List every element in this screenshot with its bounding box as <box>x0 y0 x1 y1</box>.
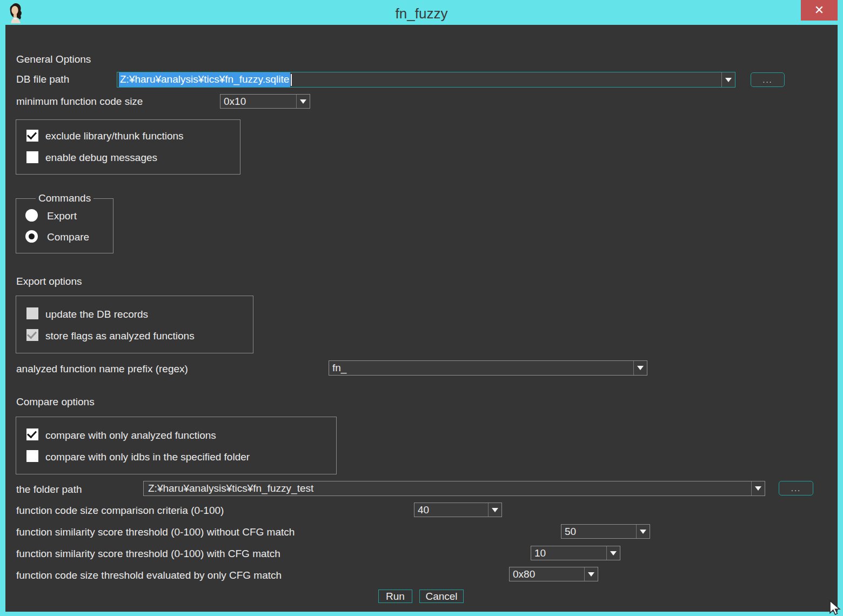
db-path-browse-button[interactable]: ... <box>751 72 785 87</box>
size-criteria-dropdown[interactable]: 40 <box>414 503 502 517</box>
checkbox-enable-debug[interactable] <box>26 151 38 163</box>
radio-compare-label: Compare <box>47 231 89 243</box>
folder-path-browse-button[interactable]: ... <box>779 481 813 496</box>
check-icon <box>27 329 37 339</box>
prefix-value: fn_ <box>329 361 633 375</box>
export-checkbox-group <box>16 296 253 353</box>
min-code-size-dropdown[interactable]: 0x10 <box>220 94 310 109</box>
sim-without-cfg-dropdown[interactable]: 50 <box>561 524 650 539</box>
sim-with-cfg-label: function similarity score threshold (0-1… <box>16 548 280 560</box>
db-file-path-label: DB file path <box>16 73 69 85</box>
checkbox-update-db-records[interactable] <box>26 307 38 319</box>
checkbox-store-flags[interactable] <box>26 329 38 341</box>
sim-without-cfg-value: 50 <box>561 525 636 538</box>
checkbox-exclude-library-thunk-label: exclude library/thunk functions <box>45 130 184 142</box>
checkbox-compare-analyzed-only-label: compare with only analyzed functions <box>45 430 216 441</box>
radio-export-label: Export <box>47 210 77 222</box>
chevron-down-icon[interactable] <box>633 361 647 375</box>
checkbox-store-flags-label: store flags as analyzed functions <box>45 330 195 342</box>
size-criteria-label: function code size comparison criteria (… <box>16 505 224 517</box>
general-checkbox-group <box>16 119 240 175</box>
radio-dot-icon <box>29 233 35 239</box>
min-code-size-value: 0x10 <box>220 95 296 108</box>
close-icon: ✕ <box>814 3 824 17</box>
size-cfg-only-value: 0x80 <box>510 567 584 581</box>
min-code-size-label: minimum function code size <box>16 96 143 108</box>
radio-export[interactable] <box>25 209 38 222</box>
compare-options-heading: Compare options <box>16 396 95 408</box>
chevron-down-icon[interactable] <box>488 503 501 517</box>
text-caret <box>291 74 292 86</box>
folder-path-combobox[interactable]: Z:¥haru¥analysis¥tics¥fn_fuzzy_test <box>143 481 765 496</box>
chevron-down-icon[interactable] <box>606 546 620 560</box>
checkbox-compare-idbs-folder[interactable] <box>26 450 38 462</box>
checkbox-enable-debug-label: enable debug messages <box>45 152 157 164</box>
chevron-down-icon[interactable] <box>584 567 598 581</box>
close-button[interactable]: ✕ <box>801 0 838 21</box>
window-title: fn_fuzzy <box>0 5 843 22</box>
radio-compare[interactable] <box>25 230 38 243</box>
chevron-down-icon[interactable] <box>636 525 650 538</box>
commands-group: Commands <box>16 198 113 253</box>
sim-with-cfg-dropdown[interactable]: 10 <box>531 546 620 560</box>
checkbox-exclude-library-thunk[interactable] <box>26 130 38 142</box>
sim-without-cfg-label: function similarity score threshold (0-1… <box>16 526 295 538</box>
chevron-down-icon[interactable] <box>721 72 735 87</box>
cancel-button[interactable]: Cancel <box>419 590 464 603</box>
mouse-cursor <box>829 600 843 616</box>
chevron-down-icon[interactable] <box>296 95 310 108</box>
export-options-heading: Export options <box>16 276 82 287</box>
checkbox-update-db-records-label: update the DB records <box>45 309 148 320</box>
size-cfg-only-label: function code size threshold evaluated b… <box>16 570 282 581</box>
prefix-combobox[interactable]: fn_ <box>329 360 647 376</box>
check-icon <box>27 428 37 439</box>
titlebar: fn_fuzzy ✕ <box>0 0 843 25</box>
check-icon <box>27 130 37 140</box>
folder-path-value: Z:¥haru¥analysis¥tics¥fn_fuzzy_test <box>144 481 751 496</box>
run-button[interactable]: Run <box>378 590 412 603</box>
size-criteria-value: 40 <box>414 503 488 517</box>
commands-legend: Commands <box>36 192 93 204</box>
db-file-path-value: Z:¥haru¥analysis¥tics¥fn_fuzzy.sqlite <box>119 72 290 87</box>
size-cfg-only-dropdown[interactable]: 0x80 <box>509 567 598 581</box>
compare-checkbox-group <box>16 417 337 474</box>
general-options-heading: General Options <box>16 53 91 65</box>
chevron-down-icon[interactable] <box>751 481 765 496</box>
folder-path-label: the folder path <box>16 484 82 496</box>
prefix-label: analyzed function name prefix (regex) <box>16 363 188 375</box>
sim-with-cfg-value: 10 <box>531 546 606 560</box>
checkbox-compare-analyzed-only[interactable] <box>26 428 38 440</box>
db-file-path-combobox[interactable]: Z:¥haru¥analysis¥tics¥fn_fuzzy.sqlite <box>117 72 735 88</box>
checkbox-compare-idbs-folder-label: compare with only idbs in the specified … <box>45 451 250 463</box>
